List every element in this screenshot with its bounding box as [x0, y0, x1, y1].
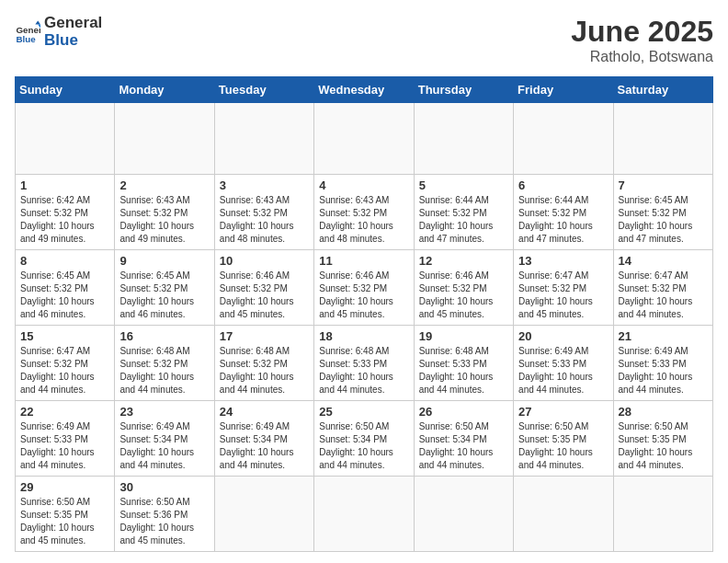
- svg-text:Blue: Blue: [16, 34, 36, 44]
- logo-blue-text: Blue: [44, 32, 102, 50]
- calendar-cell: 22Sunrise: 6:49 AMSunset: 5:33 PMDayligh…: [16, 401, 115, 477]
- day-number: 24: [220, 405, 309, 419]
- day-number: 11: [319, 254, 408, 268]
- cell-details: Sunrise: 6:46 AMSunset: 5:32 PMDaylight:…: [319, 270, 408, 321]
- cell-details: Sunrise: 6:48 AMSunset: 5:32 PMDaylight:…: [220, 345, 309, 396]
- calendar-cell: 17Sunrise: 6:48 AMSunset: 5:32 PMDayligh…: [214, 326, 313, 401]
- day-number: 25: [319, 405, 408, 419]
- day-number: 6: [518, 178, 608, 192]
- cell-details: Sunrise: 6:49 AMSunset: 5:34 PMDaylight:…: [119, 420, 209, 472]
- calendar-cell: 3Sunrise: 6:43 AMSunset: 5:32 PMDaylight…: [214, 175, 313, 250]
- calendar-cell: 24Sunrise: 6:49 AMSunset: 5:34 PMDayligh…: [214, 401, 313, 477]
- day-number: 13: [518, 254, 608, 268]
- calendar-cell: 5Sunrise: 6:44 AMSunset: 5:32 PMDaylight…: [414, 175, 513, 250]
- calendar-cell: 6Sunrise: 6:44 AMSunset: 5:32 PMDaylight…: [514, 175, 613, 250]
- calendar-cell: 13Sunrise: 6:47 AMSunset: 5:32 PMDayligh…: [514, 250, 613, 326]
- week-row-5: 22Sunrise: 6:49 AMSunset: 5:33 PMDayligh…: [16, 401, 713, 477]
- calendar-cell: 1Sunrise: 6:42 AMSunset: 5:32 PMDaylight…: [16, 175, 115, 250]
- cell-details: Sunrise: 6:49 AMSunset: 5:34 PMDaylight:…: [220, 420, 309, 472]
- calendar-cell: [414, 103, 513, 175]
- cell-details: Sunrise: 6:48 AMSunset: 5:32 PMDaylight:…: [119, 345, 209, 396]
- day-number: 1: [20, 178, 109, 192]
- week-row-1: [16, 103, 713, 175]
- location-subtitle: Ratholo, Botswana: [571, 49, 713, 65]
- calendar-cell: 9Sunrise: 6:45 AMSunset: 5:32 PMDaylight…: [115, 250, 214, 326]
- calendar-cell: 27Sunrise: 6:50 AMSunset: 5:35 PMDayligh…: [514, 401, 613, 477]
- calendar-cell: 23Sunrise: 6:49 AMSunset: 5:34 PMDayligh…: [115, 401, 214, 477]
- cell-details: Sunrise: 6:43 AMSunset: 5:32 PMDaylight:…: [119, 194, 209, 246]
- day-number: 10: [220, 254, 309, 268]
- header-monday: Monday: [115, 77, 214, 103]
- day-number: 2: [119, 178, 209, 192]
- day-number: 17: [220, 329, 309, 343]
- week-row-6: 29Sunrise: 6:50 AMSunset: 5:35 PMDayligh…: [16, 477, 713, 552]
- calendar-cell: 2Sunrise: 6:43 AMSunset: 5:32 PMDaylight…: [115, 175, 214, 250]
- day-number: 29: [20, 480, 109, 494]
- cell-details: Sunrise: 6:50 AMSunset: 5:34 PMDaylight:…: [419, 420, 508, 472]
- day-number: 28: [619, 405, 708, 419]
- header-tuesday: Tuesday: [214, 77, 313, 103]
- cell-details: Sunrise: 6:49 AMSunset: 5:33 PMDaylight:…: [518, 345, 608, 396]
- day-number: 8: [20, 254, 109, 268]
- calendar-cell: 26Sunrise: 6:50 AMSunset: 5:34 PMDayligh…: [414, 401, 513, 477]
- calendar-cell: [514, 477, 613, 552]
- cell-details: Sunrise: 6:49 AMSunset: 5:33 PMDaylight:…: [20, 420, 109, 472]
- cell-details: Sunrise: 6:50 AMSunset: 5:34 PMDaylight:…: [319, 420, 408, 472]
- day-number: 14: [619, 254, 708, 268]
- day-number: 23: [119, 405, 209, 419]
- cell-details: Sunrise: 6:43 AMSunset: 5:32 PMDaylight:…: [319, 194, 408, 246]
- calendar-cell: 7Sunrise: 6:45 AMSunset: 5:32 PMDaylight…: [613, 175, 712, 250]
- day-number: 30: [119, 480, 209, 494]
- cell-details: Sunrise: 6:50 AMSunset: 5:35 PMDaylight:…: [619, 420, 708, 472]
- day-number: 15: [20, 329, 109, 343]
- calendar-cell: [613, 103, 712, 175]
- week-row-4: 15Sunrise: 6:47 AMSunset: 5:32 PMDayligh…: [16, 326, 713, 401]
- calendar-cell: 14Sunrise: 6:47 AMSunset: 5:32 PMDayligh…: [613, 250, 712, 326]
- calendar-cell: 15Sunrise: 6:47 AMSunset: 5:32 PMDayligh…: [16, 326, 115, 401]
- day-number: 4: [319, 178, 408, 192]
- day-number: 22: [20, 405, 109, 419]
- cell-details: Sunrise: 6:45 AMSunset: 5:32 PMDaylight:…: [119, 270, 209, 321]
- calendar-cell: [613, 477, 712, 552]
- day-number: 26: [419, 405, 508, 419]
- cell-details: Sunrise: 6:48 AMSunset: 5:33 PMDaylight:…: [319, 345, 408, 396]
- calendar-cell: 10Sunrise: 6:46 AMSunset: 5:32 PMDayligh…: [214, 250, 313, 326]
- cell-details: Sunrise: 6:46 AMSunset: 5:32 PMDaylight:…: [419, 270, 508, 321]
- day-number: 9: [119, 254, 209, 268]
- cell-details: Sunrise: 6:47 AMSunset: 5:32 PMDaylight:…: [619, 270, 708, 321]
- cell-details: Sunrise: 6:47 AMSunset: 5:32 PMDaylight:…: [20, 345, 109, 396]
- calendar-cell: 11Sunrise: 6:46 AMSunset: 5:32 PMDayligh…: [314, 250, 414, 326]
- cell-details: Sunrise: 6:49 AMSunset: 5:33 PMDaylight:…: [619, 345, 708, 396]
- calendar-cell: 20Sunrise: 6:49 AMSunset: 5:33 PMDayligh…: [514, 326, 613, 401]
- day-number: 12: [419, 254, 508, 268]
- calendar-cell: 21Sunrise: 6:49 AMSunset: 5:33 PMDayligh…: [613, 326, 712, 401]
- calendar-cell: [514, 103, 613, 175]
- week-row-2: 1Sunrise: 6:42 AMSunset: 5:32 PMDaylight…: [16, 175, 713, 250]
- calendar-cell: [314, 477, 414, 552]
- svg-marker-2: [35, 20, 40, 24]
- cell-details: Sunrise: 6:45 AMSunset: 5:32 PMDaylight:…: [619, 194, 708, 246]
- cell-details: Sunrise: 6:47 AMSunset: 5:32 PMDaylight:…: [518, 270, 608, 321]
- header-wednesday: Wednesday: [314, 77, 414, 103]
- day-number: 20: [518, 329, 608, 343]
- calendar-cell: 12Sunrise: 6:46 AMSunset: 5:32 PMDayligh…: [414, 250, 513, 326]
- month-year-title: June 2025: [571, 15, 713, 49]
- calendar-cell: 8Sunrise: 6:45 AMSunset: 5:32 PMDaylight…: [16, 250, 115, 326]
- week-row-3: 8Sunrise: 6:45 AMSunset: 5:32 PMDaylight…: [16, 250, 713, 326]
- calendar-cell: [16, 103, 115, 175]
- day-number: 27: [518, 405, 608, 419]
- logo: General Blue General Blue: [15, 15, 102, 49]
- cell-details: Sunrise: 6:50 AMSunset: 5:36 PMDaylight:…: [119, 496, 209, 547]
- generalblue-logo-icon: General Blue: [15, 19, 40, 45]
- calendar-cell: [314, 103, 414, 175]
- calendar-cell: 18Sunrise: 6:48 AMSunset: 5:33 PMDayligh…: [314, 326, 414, 401]
- title-area: June 2025 Ratholo, Botswana: [571, 15, 713, 65]
- cell-details: Sunrise: 6:50 AMSunset: 5:35 PMDaylight:…: [518, 420, 608, 472]
- day-number: 5: [419, 178, 508, 192]
- calendar-cell: 4Sunrise: 6:43 AMSunset: 5:32 PMDaylight…: [314, 175, 414, 250]
- calendar-cell: 25Sunrise: 6:50 AMSunset: 5:34 PMDayligh…: [314, 401, 414, 477]
- cell-details: Sunrise: 6:48 AMSunset: 5:33 PMDaylight:…: [419, 345, 508, 396]
- calendar-header-row: SundayMondayTuesdayWednesdayThursdayFrid…: [16, 77, 713, 103]
- cell-details: Sunrise: 6:44 AMSunset: 5:32 PMDaylight:…: [419, 194, 508, 246]
- header-sunday: Sunday: [16, 77, 115, 103]
